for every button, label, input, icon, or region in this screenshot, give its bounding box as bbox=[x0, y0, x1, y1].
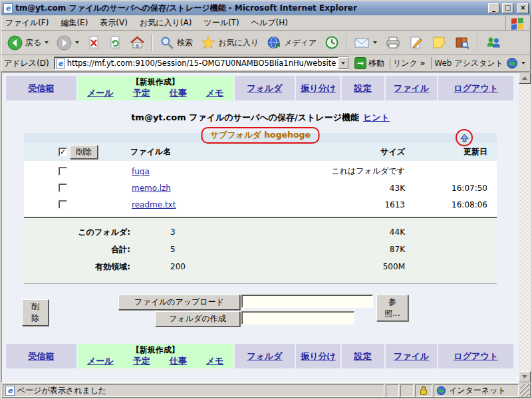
nav-filter[interactable]: 振り分け bbox=[296, 76, 340, 100]
vertical-scrollbar[interactable] bbox=[519, 72, 531, 382]
upload-path-input[interactable] bbox=[241, 295, 373, 308]
back-button[interactable]: 戻る bbox=[4, 34, 52, 52]
col-header-size: サイズ bbox=[292, 146, 412, 158]
search-button[interactable]: 検索 bbox=[156, 34, 196, 51]
minimize-button[interactable]: _ bbox=[488, 3, 499, 13]
nav-new-schedule[interactable]: 予定 bbox=[133, 355, 150, 367]
scroll-down-button[interactable] bbox=[519, 371, 531, 382]
address-input-wrap: e bbox=[54, 57, 349, 70]
ie-page-icon: e bbox=[56, 59, 65, 68]
notes-button[interactable] bbox=[428, 34, 450, 51]
row-checkbox[interactable] bbox=[59, 167, 67, 176]
file-size: 43K bbox=[292, 184, 412, 193]
hint-link[interactable]: ヒント bbox=[363, 112, 390, 122]
links-menu[interactable]: リンク » bbox=[390, 58, 428, 69]
nav-settings[interactable]: 設定 bbox=[342, 344, 384, 368]
summary-count: 5 bbox=[130, 245, 292, 254]
create-folder-button[interactable]: フォルダの作成 bbox=[155, 311, 240, 327]
refresh-button[interactable] bbox=[105, 34, 125, 51]
file-link[interactable]: readme.txt bbox=[132, 200, 176, 209]
history-button[interactable] bbox=[321, 34, 342, 51]
nav-new-task[interactable]: 仕事 bbox=[170, 87, 187, 99]
print-button[interactable] bbox=[382, 34, 404, 51]
nav-inbox[interactable]: 受信箱 bbox=[6, 344, 76, 368]
parent-folder-up-icon[interactable] bbox=[460, 133, 469, 143]
browser-viewport: 受信箱 【新規作成】 メール 予定 仕事 メモ フォルダ 振り分け 設定 ファイ… bbox=[1, 72, 531, 382]
select-all-checkbox[interactable]: ✓ bbox=[59, 148, 67, 156]
delete-selected-button[interactable]: 削除 bbox=[70, 145, 98, 159]
close-button[interactable]: × bbox=[517, 3, 529, 13]
nav-file[interactable]: ファイル bbox=[386, 344, 437, 368]
forward-button[interactable] bbox=[53, 34, 82, 52]
upload-button[interactable]: ファイルのアップロード bbox=[118, 295, 240, 310]
status-pane bbox=[386, 384, 399, 397]
table-row: fuga これはフォルダです bbox=[24, 163, 497, 180]
menu-view[interactable]: 表示(V) bbox=[100, 17, 128, 29]
row-checkbox[interactable] bbox=[59, 184, 67, 192]
folder-name-input[interactable] bbox=[241, 311, 354, 325]
table-header-row: ✓ 削除 ファイル名 サイズ 更新日 bbox=[24, 143, 497, 161]
menu-help[interactable]: ヘルプ(H) bbox=[251, 17, 288, 29]
ie-page-icon: e bbox=[3, 3, 13, 13]
edit-button[interactable] bbox=[406, 34, 427, 51]
nav-folder[interactable]: フォルダ bbox=[235, 76, 295, 100]
browser-window: e tm@yt.com ファイルのサーバへの保存/ストレージ機能 - Micro… bbox=[0, 0, 532, 399]
subfolder-label: サブフォルダ hogehoge bbox=[210, 130, 311, 140]
scroll-up-icon bbox=[522, 76, 527, 80]
nav-folder[interactable]: フォルダ bbox=[235, 344, 295, 368]
media-globe-icon bbox=[267, 35, 281, 50]
table-row: readme.txt 1613 16:08:06 bbox=[24, 196, 497, 213]
zone-label: インターネット bbox=[449, 385, 506, 396]
nav-filter[interactable]: 振り分け bbox=[296, 344, 340, 368]
favorites-button[interactable]: お気に入り bbox=[198, 34, 262, 51]
scroll-up-button[interactable] bbox=[519, 72, 531, 84]
research-button[interactable] bbox=[451, 34, 473, 51]
maximize-button[interactable]: □ bbox=[502, 3, 513, 13]
nav-new-task[interactable]: 仕事 bbox=[170, 355, 187, 367]
menu-file[interactable]: ファイル(F) bbox=[5, 17, 49, 29]
menu-edit[interactable]: 編集(E) bbox=[61, 17, 88, 29]
title-bar: e tm@yt.com ファイルのサーバへの保存/ストレージ機能 - Micro… bbox=[1, 1, 531, 15]
search-icon bbox=[160, 35, 174, 50]
browse-button[interactable]: 参照... bbox=[376, 295, 408, 321]
nav-new-mail[interactable]: メール bbox=[87, 355, 114, 367]
file-link[interactable]: memo.lzh bbox=[132, 184, 171, 193]
toolbar-separator bbox=[346, 34, 347, 51]
stop-button[interactable] bbox=[84, 34, 104, 51]
status-message-pane: e ページが表示されました bbox=[3, 384, 384, 397]
web-assistant-menu[interactable]: Web アシスタント bbox=[431, 57, 528, 69]
scrollbar-track[interactable] bbox=[519, 84, 531, 371]
scroll-down-icon bbox=[522, 375, 527, 378]
windows-logo-icon bbox=[505, 16, 528, 30]
nav-logout[interactable]: ログアウト bbox=[438, 76, 513, 100]
mail-button[interactable] bbox=[350, 35, 380, 51]
address-input[interactable] bbox=[67, 58, 336, 68]
summary-count: 3 bbox=[130, 227, 292, 237]
summary-row: このフォルダ: 3 44K bbox=[24, 223, 497, 241]
delete-button[interactable]: 削除 bbox=[22, 299, 49, 326]
menu-tools[interactable]: ツール(T) bbox=[203, 17, 239, 29]
address-dropdown-button[interactable] bbox=[338, 57, 348, 69]
nav-logout[interactable]: ログアウト bbox=[438, 344, 513, 368]
nav-file[interactable]: ファイル bbox=[386, 76, 437, 100]
resize-grip[interactable] bbox=[520, 384, 529, 397]
nav-settings[interactable]: 設定 bbox=[342, 76, 384, 100]
nav-new-schedule[interactable]: 予定 bbox=[133, 87, 150, 99]
messenger-button[interactable] bbox=[481, 34, 505, 51]
toolbar-separator bbox=[152, 34, 153, 51]
media-button[interactable]: メディア bbox=[263, 34, 320, 51]
nav-new-mail[interactable]: メール bbox=[87, 87, 114, 99]
status-pane bbox=[400, 384, 414, 397]
go-button[interactable]: → 移動 bbox=[352, 57, 386, 69]
nav-new-memo[interactable]: メモ bbox=[206, 87, 224, 99]
bottom-nav-bar: 受信箱 【新規作成】 メール 予定 仕事 メモ フォルダ 振り分け 設定 ファイ… bbox=[6, 344, 513, 368]
nav-inbox[interactable]: 受信箱 bbox=[6, 76, 76, 100]
nav-new-memo[interactable]: メモ bbox=[206, 355, 224, 367]
mail-dropdown-icon bbox=[373, 41, 377, 44]
col-header-filename: ファイル名 bbox=[130, 146, 292, 158]
home-button[interactable] bbox=[126, 34, 148, 51]
messenger-icon bbox=[485, 35, 502, 50]
row-checkbox[interactable] bbox=[59, 200, 67, 209]
file-link[interactable]: fuga bbox=[132, 167, 150, 176]
menu-favorites[interactable]: お気に入り(A) bbox=[140, 17, 192, 29]
